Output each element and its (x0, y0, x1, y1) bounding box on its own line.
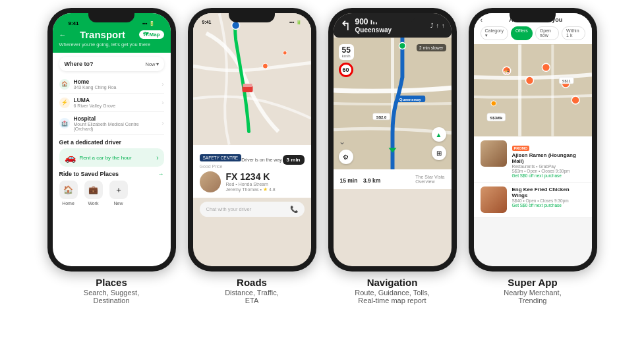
roads-label: Roads Distance, Traffic,ETA (225, 277, 279, 304)
home-icon: 🏠 (59, 79, 70, 90)
superapp-title-label: Super App (504, 277, 561, 288)
quick-home-label: Home (62, 201, 74, 206)
hospital-place[interactable]: 🏥 Hospital Mount Elizabeth Medical Centr… (59, 112, 164, 135)
svg-point-12 (399, 43, 405, 49)
svg-text:S$11: S$11 (562, 79, 570, 83)
quick-home[interactable]: 🏠 Home (59, 181, 78, 206)
nav-street: Queensway (355, 26, 392, 34)
driver-avatar (200, 171, 221, 192)
speed-panel: 55 km/h 60 (339, 44, 354, 77)
phone-column-roads: 9:41 ▪▪▪ 🔋 (188, 8, 316, 304)
collapse-icon[interactable]: ⌄ (339, 137, 345, 146)
settings-button[interactable]: ⚙ (339, 150, 353, 164)
svg-point-5 (283, 51, 287, 55)
driver-row: FX 1234 K Red • Honda Stream Jeremy Thom… (200, 171, 305, 192)
driver-status: Driver is on the way (241, 158, 281, 162)
home-name: Home (74, 78, 158, 85)
nav-map-area: Queensway S$2.0 55 (334, 38, 452, 169)
roads-title: Roads (225, 277, 279, 288)
destination-info: The Star Vista Overview (415, 175, 444, 184)
svg-rect-13 (474, 44, 592, 136)
phone-screen-places: 9:41 ▪▪▪ 🔋 ← Transport 🗺 Map (53, 13, 171, 266)
filter-category[interactable]: Category ▾ (481, 26, 508, 40)
quick-new-label: New (113, 201, 123, 206)
rent-card[interactable]: 🚗 Rent a car by the hour › (59, 148, 164, 167)
phone-icon[interactable]: 📞 (290, 206, 298, 213)
driver-details: FX 1234 K Red • Honda Stream Jeremy Thom… (226, 171, 276, 192)
location-button[interactable]: ▲ (432, 127, 446, 142)
saved-arrow-icon[interactable]: → (158, 171, 164, 177)
phone-column-superapp: ‹ All stores near you Category ▾ Offers … (469, 8, 597, 304)
svg-point-20 (490, 101, 496, 106)
wifi-icon: 🔋 (149, 21, 155, 26)
eta-info: 15 min 3.9 km (340, 173, 381, 185)
merchant-meta-2a: S$40 • Open • Closes 9:30pm (512, 198, 585, 203)
merchant-meta-1a: Restaurants • GrabPay (512, 164, 585, 169)
luma-place[interactable]: ⚡ LUMA 6 River Valley Grove › (59, 94, 164, 112)
roads-map-svg (193, 13, 311, 145)
filter-open[interactable]: Open now (535, 26, 559, 40)
filter-within[interactable]: Within 1 k (562, 26, 585, 40)
nav-bottom-bar: 15 min 3.9 km The Star Vista Overview (334, 169, 452, 189)
mini-turn-2: ↑ (436, 22, 440, 29)
safety-badge: SAFETY CENTRE (200, 154, 242, 161)
quick-new[interactable]: ＋ New (109, 181, 128, 206)
merchant-meta-1b: S$3m • Open • Closes 9:30pm (512, 169, 585, 173)
phone-frame-superapp: ‹ All stores near you Category ▾ Offers … (469, 8, 597, 272)
home-place[interactable]: 🏠 Home 343 Kang Ching Roa › (59, 75, 164, 94)
places-sublabel: Search, Suggest,Destination (84, 289, 139, 304)
rent-text: Rent a car by the hour (80, 155, 153, 161)
phone-column-places: 9:41 ▪▪▪ 🔋 ← Transport 🗺 Map (47, 8, 176, 304)
hospital-name: Hospital (74, 115, 158, 122)
merchant-info-1: PROMO Ajisen Ramen (Houngang Mall) Resta… (512, 140, 585, 178)
where-to-bar[interactable]: Where to? Now ▾ (59, 57, 164, 71)
luma-info: LUMA 6 River Valley Grove (74, 97, 158, 108)
speed-unit: km/h (342, 54, 351, 58)
status-bar-2: 9:41 ▪▪▪ 🔋 (193, 14, 311, 28)
back-icon-4[interactable]: ‹ (481, 16, 483, 24)
quick-home-icon: 🏠 (59, 181, 78, 199)
star-icon: ★ (263, 186, 268, 192)
slower-badge: 2 min slower (417, 44, 446, 51)
transport-title: Transport (80, 29, 125, 40)
merchant-item-2[interactable]: Eng Kee Fried Chicken Wings S$40 • Open … (474, 183, 592, 217)
home-addr: 343 Kang Ching Roa (74, 85, 158, 90)
merchant-info-2: Eng Kee Fried Chicken Wings S$40 • Open … (512, 186, 585, 208)
good-price: Good Price (200, 164, 242, 169)
quick-work-label: Work (88, 201, 98, 206)
promo-badge-1: PROMO (512, 146, 530, 151)
filter-offers[interactable]: Offers (511, 26, 533, 40)
overview-label: Overview (415, 179, 444, 184)
svg-point-16 (525, 76, 533, 84)
speed-current: 55 km/h (339, 44, 354, 60)
navigation-label: Navigation Route, Guidance, Tolls,Real-t… (355, 277, 430, 304)
status-time-2: 9:41 (202, 20, 212, 24)
signal-icon: ▪▪▪ (142, 21, 147, 26)
svg-rect-2 (243, 84, 252, 87)
hospital-info: Hospital Mount Elizabeth Medical Centre … (74, 115, 158, 131)
phone-frame-places: 9:41 ▪▪▪ 🔋 ← Transport 🗺 Map (47, 8, 176, 272)
phone-column-navigation: ↰ 900 m Queensway ⤴ ↑ ↑ (328, 8, 457, 304)
map-button[interactable]: 🗺 Map (139, 30, 164, 39)
transport-content: Where to? Now ▾ 🏠 Home 343 Kang Ching Ro… (53, 53, 171, 210)
overview-button[interactable]: ⊞ (432, 146, 446, 160)
speed-limit: 60 (339, 63, 353, 77)
map-icon: 🗺 (143, 32, 148, 38)
rent-arrow-icon: › (156, 154, 158, 161)
eta-time: 15 min (340, 177, 358, 184)
hospital-icon: 🏥 (59, 118, 70, 129)
merchant-img-2 (481, 186, 507, 213)
saved-title: Ride to Saved Places → (59, 171, 164, 177)
eta-dist: 3.9 km (363, 177, 380, 184)
chat-bar[interactable]: Chat with your driver 📞 (200, 202, 305, 217)
hospital-addr: Mount Elizabeth Medical Centre (Orchard) (74, 122, 158, 131)
quick-places: 🏠 Home 💼 Work ＋ New (59, 181, 164, 206)
quick-work[interactable]: 💼 Work (84, 181, 103, 206)
transport-subtitle: Wherever you're going, let's get you the… (59, 42, 164, 47)
svg-text:🍜: 🍜 (504, 69, 510, 74)
quick-new-icon: ＋ (109, 181, 128, 199)
merchant-item-1[interactable]: PROMO Ajisen Ramen (Houngang Mall) Resta… (474, 136, 592, 183)
status-time-1: 9:41 (69, 20, 79, 26)
phone-frame-roads: 9:41 ▪▪▪ 🔋 (188, 8, 316, 272)
back-arrow-icon[interactable]: ← (59, 31, 67, 39)
